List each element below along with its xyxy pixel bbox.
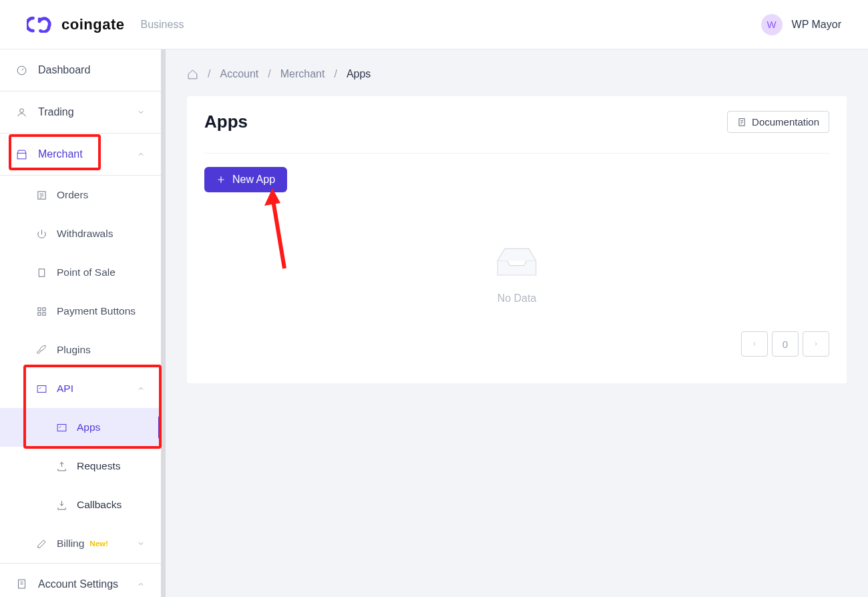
breadcrumb-current: Apps [347, 68, 371, 80]
svg-rect-5 [17, 153, 26, 159]
documentation-button[interactable]: Documentation [727, 111, 829, 133]
sidebar-label-dashboard: Dashboard [38, 64, 145, 76]
sidebar-item-requests[interactable]: Requests [0, 447, 161, 485]
chevron-up-icon [137, 150, 145, 158]
pagination: 0 [204, 331, 829, 357]
chevron-down-icon [137, 108, 145, 116]
sidebar-label-trading: Trading [38, 106, 137, 118]
chevron-up-icon [137, 385, 145, 393]
svg-point-2 [38, 17, 41, 21]
list-icon [36, 190, 47, 201]
sidebar-label-pos: Point of Sale [57, 266, 116, 278]
badge-new: New! [89, 540, 107, 548]
download-icon [56, 500, 67, 511]
sidebar-label-payment-buttons: Payment Buttons [57, 305, 136, 317]
sidebar-label-withdrawals: Withdrawals [57, 228, 113, 240]
gauge-icon [16, 65, 27, 76]
store-icon [16, 149, 27, 160]
new-app-label: New App [232, 174, 275, 186]
power-icon [36, 228, 47, 240]
pager-current[interactable]: 0 [772, 331, 799, 357]
svg-rect-10 [38, 312, 41, 315]
rocket-icon [36, 345, 47, 356]
sidebar-label-apps: Apps [77, 421, 100, 433]
svg-point-4 [20, 108, 24, 112]
avatar: W [761, 14, 783, 35]
user-name: WP Mayor [792, 19, 841, 31]
sidebar: Dashboard Trading Merchant Orders Withdr… [0, 49, 166, 597]
grid-icon [36, 306, 47, 317]
plus-icon [216, 175, 226, 184]
upload-icon [56, 461, 67, 472]
new-app-button[interactable]: New App [204, 167, 287, 192]
empty-state: No Data [204, 246, 829, 305]
terminal-icon [36, 383, 47, 395]
sidebar-label-callbacks: Callbacks [77, 499, 122, 511]
sidebar-item-merchant[interactable]: Merchant [0, 134, 161, 176]
svg-rect-9 [43, 307, 45, 310]
coingate-logo-icon [27, 16, 52, 33]
file-icon [737, 118, 746, 127]
sidebar-item-orders[interactable]: Orders [0, 176, 161, 214]
sidebar-item-apps[interactable]: Apps [0, 408, 161, 447]
brand-name: coingate [61, 16, 124, 33]
svg-rect-8 [38, 307, 41, 310]
page-title: Apps [204, 112, 248, 132]
tablet-icon [36, 267, 47, 278]
user-menu[interactable]: W WP Mayor [761, 14, 841, 35]
sidebar-label-orders: Orders [57, 189, 88, 201]
documentation-label: Documentation [752, 116, 819, 128]
pager-prev[interactable] [741, 331, 768, 357]
sidebar-label-api: API [57, 383, 137, 395]
sidebar-label-plugins: Plugins [57, 344, 91, 356]
brand-mode: Business [140, 19, 184, 31]
breadcrumb: / Account / Merchant / Apps [187, 68, 847, 80]
empty-inbox-icon [493, 246, 541, 280]
settings-doc-icon [16, 578, 27, 590]
sidebar-item-payment-buttons[interactable]: Payment Buttons [0, 292, 161, 331]
chevron-up-icon [137, 580, 145, 588]
sidebar-item-billing[interactable]: Billing New! [0, 524, 161, 563]
svg-rect-12 [37, 385, 46, 392]
main-content: / Account / Merchant / Apps Apps Documen… [166, 49, 868, 597]
apps-panel: Apps Documentation New App No Data [187, 96, 847, 383]
sidebar-item-api[interactable]: API [0, 369, 161, 408]
home-icon[interactable] [187, 69, 198, 80]
sidebar-label-requests: Requests [77, 460, 120, 472]
breadcrumb-account[interactable]: Account [220, 68, 258, 80]
breadcrumb-merchant[interactable]: Merchant [280, 68, 325, 80]
sidebar-item-pos[interactable]: Point of Sale [0, 253, 161, 292]
chevron-right-icon [813, 341, 819, 347]
sidebar-label-merchant: Merchant [38, 148, 137, 160]
sidebar-item-dashboard[interactable]: Dashboard [0, 49, 161, 91]
sidebar-label-account-settings: Account Settings [38, 578, 137, 590]
topbar: coingate Business W WP Mayor [0, 0, 868, 49]
sidebar-item-trading[interactable]: Trading [0, 91, 161, 134]
sidebar-item-callbacks[interactable]: Callbacks [0, 485, 161, 524]
sidebar-item-withdrawals[interactable]: Withdrawals [0, 214, 161, 253]
empty-text: No Data [497, 292, 537, 305]
svg-rect-11 [43, 312, 45, 315]
svg-rect-7 [39, 268, 45, 276]
sidebar-label-billing: Billing [57, 538, 84, 550]
user-icon [16, 107, 27, 118]
edit-icon [36, 538, 47, 550]
chevron-down-icon [137, 540, 145, 548]
svg-rect-13 [57, 424, 66, 431]
pager-next[interactable] [803, 331, 829, 357]
terminal-icon [56, 422, 67, 433]
chevron-left-icon [751, 341, 758, 347]
brand-logo[interactable]: coingate Business [27, 16, 184, 33]
sidebar-item-plugins[interactable]: Plugins [0, 331, 161, 369]
sidebar-item-account-settings[interactable]: Account Settings [0, 563, 161, 597]
